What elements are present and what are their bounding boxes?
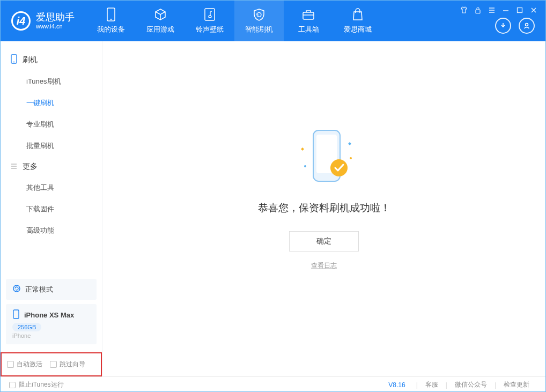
account-button[interactable] — [519, 18, 535, 34]
shirt-icon[interactable] — [460, 6, 468, 14]
header-actions — [495, 18, 535, 34]
checkbox-label: 自动激活 — [17, 360, 42, 369]
menu-icon[interactable] — [488, 6, 496, 14]
checkbox-icon — [9, 382, 16, 388]
status-bar: 阻止iTunes运行 V8.16 | 客服 | 微信公众号 | 检查更新 — [1, 376, 545, 392]
svg-point-1 — [110, 19, 112, 20]
nav-label: 工具箱 — [298, 25, 319, 34]
sidebar-item-pro-flash[interactable]: 专业刷机 — [1, 114, 102, 135]
view-log-link[interactable]: 查看日志 — [311, 261, 337, 270]
refresh-icon — [12, 284, 21, 294]
svg-point-14 — [304, 165, 306, 167]
svg-point-9 — [13, 285, 20, 292]
toolbox-icon — [301, 8, 315, 21]
sidebar-options-highlighted: 自动激活 跳过向导 — [1, 352, 102, 376]
success-illustration — [276, 126, 372, 190]
download-button[interactable] — [495, 18, 511, 34]
nav-label: 铃声壁纸 — [196, 25, 224, 34]
svg-point-8 — [13, 62, 14, 63]
ok-button[interactable]: 确定 — [289, 231, 359, 252]
group-title: 更多 — [23, 162, 38, 172]
sidebar-item-other-tools[interactable]: 其他工具 — [1, 177, 102, 198]
svg-rect-5 — [518, 8, 522, 13]
svg-point-13 — [330, 159, 348, 176]
main-content: 恭喜您，保资料刷机成功啦！ 确定 查看日志 — [102, 41, 545, 376]
nav-toolbox[interactable]: 工具箱 — [284, 1, 333, 41]
device-type: iPhone — [12, 332, 90, 339]
svg-point-6 — [526, 24, 528, 26]
footer-link-check-update[interactable]: 检查更新 — [504, 380, 529, 389]
phone-icon — [10, 54, 18, 65]
sidebar-group-flash: 刷机 — [1, 49, 102, 71]
device-name: iPhone XS Max — [24, 311, 74, 319]
checkbox-label: 跳过向导 — [60, 360, 85, 369]
checkbox-icon — [7, 361, 14, 368]
window-controls — [460, 6, 538, 14]
device-capacity: 256GB — [12, 323, 41, 331]
svg-rect-4 — [476, 10, 480, 13]
main-nav: 我的设备 应用游戏 铃声壁纸 智能刷机 工具箱 爱思商城 — [86, 1, 382, 41]
footer-link-support[interactable]: 客服 — [425, 380, 438, 389]
nav-label: 我的设备 — [97, 25, 125, 34]
nav-store[interactable]: 爱思商城 — [333, 1, 382, 41]
app-header: i4 爱思助手 www.i4.cn 我的设备 应用游戏 铃声壁纸 智能刷机 工具… — [1, 1, 545, 41]
sidebar-item-batch-flash[interactable]: 批量刷机 — [1, 135, 102, 157]
sidebar-item-advanced[interactable]: 高级功能 — [1, 220, 102, 241]
lock-icon[interactable] — [474, 6, 482, 14]
nav-label: 应用游戏 — [146, 25, 174, 34]
sidebar-group-more: 更多 — [1, 157, 102, 177]
svg-rect-3 — [303, 12, 314, 19]
maximize-icon[interactable] — [515, 6, 524, 14]
mode-label: 正常模式 — [25, 285, 53, 294]
cube-icon — [153, 8, 167, 21]
minimize-icon[interactable] — [501, 6, 510, 14]
shield-refresh-icon — [252, 8, 266, 21]
nav-apps-games[interactable]: 应用游戏 — [136, 1, 185, 41]
version-label: V8.16 — [388, 381, 405, 389]
nav-smart-flash[interactable]: 智能刷机 — [234, 1, 284, 41]
list-icon — [10, 162, 18, 172]
svg-rect-2 — [205, 9, 215, 20]
success-message: 恭喜您，保资料刷机成功啦！ — [258, 201, 390, 215]
device-info-card[interactable]: iPhone XS Max 256GB iPhone — [6, 304, 97, 344]
device-mode-card[interactable]: 正常模式 — [6, 279, 97, 300]
nav-ringtones-wallpapers[interactable]: 铃声壁纸 — [185, 1, 234, 41]
nav-label: 爱思商城 — [344, 25, 372, 34]
footer-link-wechat[interactable]: 微信公众号 — [455, 380, 487, 389]
close-icon[interactable] — [529, 6, 538, 14]
sidebar-item-itunes-flash[interactable]: iTunes刷机 — [1, 71, 102, 92]
checkbox-block-itunes[interactable]: 阻止iTunes运行 — [9, 380, 64, 389]
logo-icon: i4 — [11, 11, 31, 31]
svg-point-15 — [350, 157, 352, 159]
checkbox-icon — [50, 361, 57, 368]
music-note-icon — [203, 8, 217, 21]
svg-rect-10 — [13, 310, 19, 319]
sidebar-item-download-firmware[interactable]: 下载固件 — [1, 198, 102, 220]
nav-label: 智能刷机 — [245, 25, 273, 34]
checkbox-label: 阻止iTunes运行 — [19, 380, 64, 389]
sidebar-item-oneclick-flash[interactable]: 一键刷机 — [1, 92, 102, 114]
app-name-en: www.i4.cn — [36, 23, 75, 29]
shopping-bag-icon — [351, 8, 365, 21]
app-logo: i4 爱思助手 www.i4.cn — [1, 1, 86, 41]
sidebar: 刷机 iTunes刷机 一键刷机 专业刷机 批量刷机 更多 其他工具 下载固件 … — [1, 41, 102, 376]
checkbox-skip-wizard[interactable]: 跳过向导 — [50, 360, 85, 369]
checkbox-auto-activate[interactable]: 自动激活 — [7, 360, 42, 369]
group-title: 刷机 — [23, 55, 38, 65]
device-icon — [104, 8, 118, 21]
nav-my-device[interactable]: 我的设备 — [86, 1, 136, 41]
phone-icon — [12, 309, 20, 321]
app-name-cn: 爱思助手 — [36, 12, 75, 23]
